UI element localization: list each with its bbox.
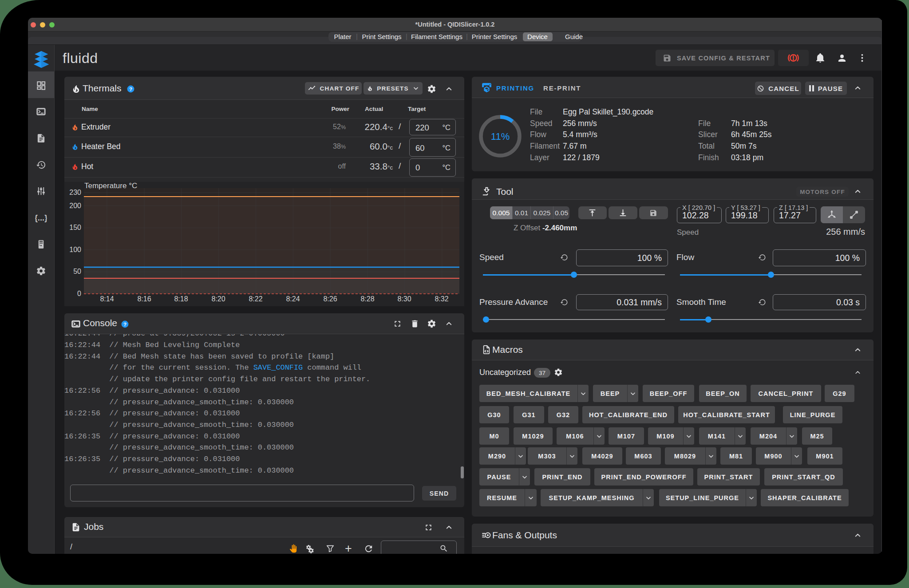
svg-text:8:22: 8:22 — [249, 295, 262, 303]
svg-text:200: 200 — [69, 202, 81, 209]
svg-text:8:20: 8:20 — [211, 295, 225, 303]
svg-text:8:14: 8:14 — [100, 295, 114, 303]
svg-text:8:28: 8:28 — [360, 295, 374, 303]
svg-text:0: 0 — [77, 290, 81, 297]
svg-text:8:30: 8:30 — [397, 295, 411, 303]
svg-text:150: 150 — [69, 224, 81, 231]
svg-text:8:24: 8:24 — [286, 295, 300, 303]
svg-text:8:18: 8:18 — [174, 295, 188, 303]
svg-text:11%: 11% — [491, 131, 510, 142]
svg-text:Temperature °C: Temperature °C — [84, 182, 137, 190]
svg-text:100: 100 — [69, 246, 81, 253]
svg-text:8:32: 8:32 — [435, 295, 448, 303]
svg-text:8:16: 8:16 — [137, 295, 151, 303]
svg-text:230: 230 — [69, 189, 81, 196]
svg-text:8:26: 8:26 — [323, 295, 337, 303]
svg-text:50: 50 — [73, 268, 81, 275]
